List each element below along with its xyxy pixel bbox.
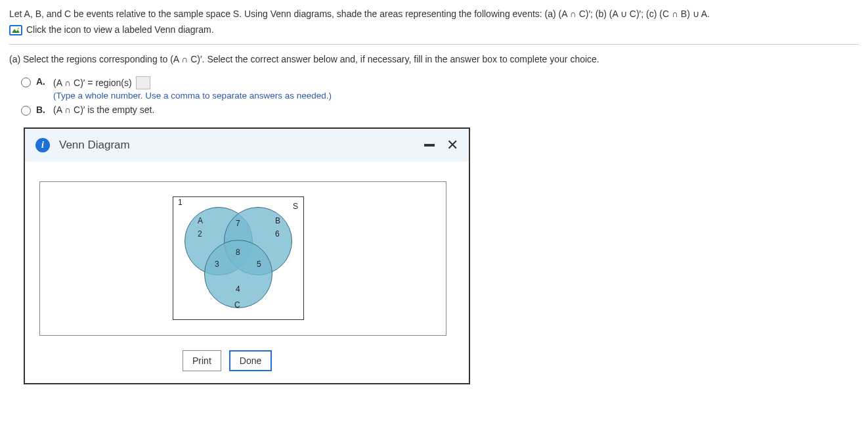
radio-icon[interactable] <box>21 78 31 87</box>
dialog-title: Venn Diagram <box>59 139 424 152</box>
choice-B-row[interactable]: B. (A ∩ C)′ is the empty set. <box>21 104 859 116</box>
info-icon: i <box>35 138 50 152</box>
answer-input[interactable] <box>136 76 150 89</box>
set-S-label: S <box>293 202 298 211</box>
region-2-label: 2 <box>198 229 202 239</box>
choice-A-letter: A. <box>36 76 48 87</box>
venn-dialog: i Venn Diagram ✕ 1 S A B 7 2 6 8 3 5 <box>24 127 470 384</box>
part-a-prompt: (a) Select the regions corresponding to … <box>9 54 859 64</box>
region-8-label: 8 <box>236 248 240 257</box>
region-3-label: 3 <box>215 260 219 269</box>
choice-A-hint: (Type a whole number. Use a comma to sep… <box>53 91 332 101</box>
radio-icon[interactable] <box>21 106 31 116</box>
choice-B-letter: B. <box>36 104 48 115</box>
region-4-label: 4 <box>236 285 240 294</box>
venn-frame: 1 S A B 7 2 6 8 3 5 4 C <box>39 181 446 336</box>
view-diagram-icon[interactable] <box>9 25 22 35</box>
close-icon[interactable]: ✕ <box>446 138 458 152</box>
set-C-label: C <box>234 300 240 309</box>
region-6-label: 6 <box>275 229 280 239</box>
dialog-header: i Venn Diagram ✕ <box>25 129 469 162</box>
divider <box>9 44 859 45</box>
choice-A-row[interactable]: A. (A ∩ C)′ = region(s) (Type a whole nu… <box>21 76 859 101</box>
set-B-label: B <box>275 216 280 225</box>
click-hint-text: Click the icon to view a labeled Venn di… <box>26 22 214 37</box>
choice-B-text: (A ∩ C)′ is the empty set. <box>53 104 154 115</box>
question-statement: Let A, B, and C be events relative to th… <box>9 7 859 21</box>
region-5-label: 5 <box>257 260 261 269</box>
svg-point-2 <box>18 28 20 30</box>
region-7-label: 7 <box>236 219 240 228</box>
set-A-label: A <box>198 216 203 225</box>
minimize-icon[interactable] <box>424 144 435 147</box>
print-button[interactable]: Print <box>183 350 221 371</box>
done-button[interactable]: Done <box>229 350 272 371</box>
region-1-label: 1 <box>178 198 183 207</box>
choice-A-text: (A ∩ C)′ = region(s) <box>53 78 132 88</box>
